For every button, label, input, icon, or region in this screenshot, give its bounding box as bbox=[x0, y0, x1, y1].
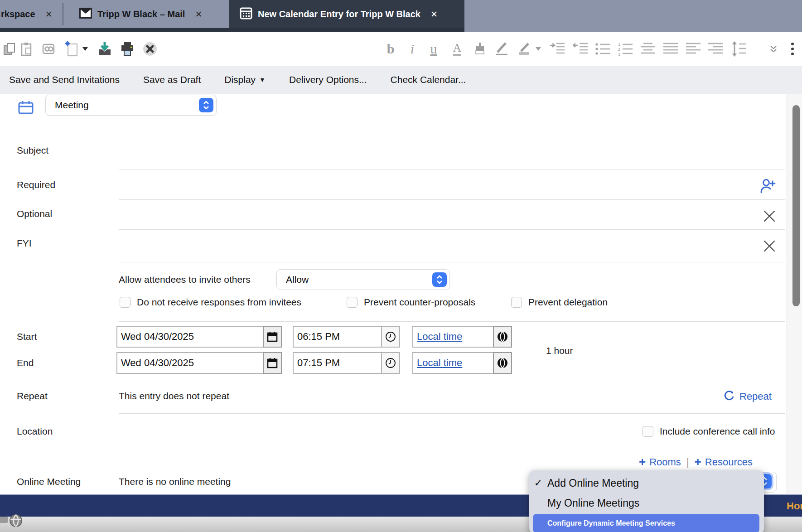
add-rooms-link[interactable]: + Rooms bbox=[639, 455, 681, 469]
end-time-field[interactable]: 07:15 PM bbox=[293, 352, 400, 374]
location-label: Location bbox=[17, 426, 53, 437]
start-date-picker-button[interactable] bbox=[263, 326, 282, 348]
required-input[interactable] bbox=[119, 179, 753, 199]
scrollbar-thumb[interactable] bbox=[792, 105, 800, 306]
start-time-value[interactable]: 06:15 PM bbox=[294, 327, 382, 347]
home-link[interactable]: Home bbox=[787, 500, 802, 512]
divider bbox=[119, 199, 785, 200]
fyi-input[interactable] bbox=[119, 237, 753, 260]
align-center-icon[interactable] bbox=[639, 40, 657, 58]
start-date-field[interactable]: Wed 04/30/2025 bbox=[116, 326, 282, 348]
entry-type-select[interactable]: Meeting bbox=[45, 95, 217, 116]
subject-input[interactable] bbox=[119, 150, 785, 169]
clock-icon bbox=[385, 331, 396, 342]
end-time-picker-button[interactable] bbox=[381, 352, 400, 374]
divider bbox=[119, 262, 785, 262]
add-person-icon[interactable] bbox=[759, 178, 777, 196]
start-time-field[interactable]: 06:15 PM bbox=[293, 326, 400, 348]
menu-item-my-online-meetings[interactable]: My Online Meetings bbox=[529, 494, 782, 512]
online-meeting-label: Online Meeting bbox=[17, 476, 81, 487]
new-document-caret-icon[interactable] bbox=[81, 40, 90, 58]
delivery-options-button[interactable]: Delivery Options... bbox=[289, 74, 367, 85]
no-responses-label: Do not receive responses from invitees bbox=[137, 297, 301, 308]
divider bbox=[0, 119, 787, 119]
toolbar-overflow-icon[interactable] bbox=[784, 40, 801, 58]
start-timezone-button[interactable] bbox=[493, 326, 512, 348]
tab-new-calendar-entry-close-icon[interactable]: ✕ bbox=[430, 9, 438, 19]
repeat-link[interactable]: Repeat bbox=[723, 390, 772, 403]
tab-new-calendar-entry-label: New Calendar Entry for Tripp W Black bbox=[258, 9, 420, 19]
no-responses-checkbox-row: Do not receive responses from invitees bbox=[120, 297, 301, 308]
end-time-value[interactable]: 07:15 PM bbox=[294, 353, 382, 373]
tab-workspace[interactable]: rkspace ✕ bbox=[0, 0, 63, 28]
align-left-icon[interactable] bbox=[685, 40, 702, 58]
save-as-draft-button[interactable]: Save as Draft bbox=[143, 74, 201, 85]
start-timezone-value[interactable]: Local time bbox=[413, 327, 494, 347]
outdent-icon[interactable] bbox=[572, 40, 589, 58]
prevent-delegation-checkbox[interactable] bbox=[511, 297, 522, 308]
check-calendar-button[interactable]: Check Calendar... bbox=[391, 74, 466, 85]
line-spacing-icon[interactable] bbox=[730, 40, 748, 58]
allow-attendees-value: Allow bbox=[277, 274, 309, 285]
format-fill-icon[interactable] bbox=[471, 40, 488, 58]
start-date-value[interactable]: Wed 04/30/2025 bbox=[117, 327, 264, 347]
numbered-list-icon[interactable]: 123 bbox=[617, 40, 634, 58]
link-icon[interactable] bbox=[41, 40, 58, 58]
tab-bar-underline bbox=[0, 28, 464, 32]
tab-new-calendar-entry[interactable]: New Calendar Entry for Tripp W Black ✕ bbox=[229, 0, 464, 28]
end-timezone-value[interactable]: Local time bbox=[413, 353, 494, 373]
text-color-icon[interactable]: A bbox=[449, 40, 466, 58]
bulleted-list-icon[interactable] bbox=[594, 40, 612, 58]
display-menu-button[interactable]: Display▼ bbox=[224, 74, 266, 85]
clock-icon bbox=[385, 358, 396, 368]
paste-icon[interactable] bbox=[18, 40, 35, 58]
bold-icon[interactable]: b bbox=[382, 40, 399, 58]
entry-type-stepper-icon[interactable] bbox=[199, 98, 213, 112]
fyi-clear-icon[interactable] bbox=[763, 239, 776, 255]
start-timezone-field[interactable]: Local time bbox=[412, 326, 512, 348]
tab-workspace-close-icon[interactable]: ✕ bbox=[45, 9, 53, 19]
tab-mail[interactable]: Tripp W Black – Mail ✕ bbox=[71, 0, 227, 28]
end-timezone-button[interactable] bbox=[493, 352, 512, 374]
highlighter-caret-icon[interactable] bbox=[534, 40, 543, 58]
start-label: Start bbox=[17, 331, 37, 342]
scrollbar-track[interactable] bbox=[787, 94, 802, 494]
align-right-icon[interactable] bbox=[707, 40, 724, 58]
pen-icon[interactable] bbox=[494, 40, 511, 58]
add-resources-link[interactable]: + Resources bbox=[695, 455, 753, 469]
copy-icon[interactable] bbox=[1, 40, 18, 58]
underline-icon[interactable]: u bbox=[425, 40, 442, 58]
allow-attendees-stepper-icon[interactable] bbox=[432, 272, 447, 287]
save-and-send-button[interactable]: Save and Send Invitations bbox=[9, 74, 120, 85]
end-date-value[interactable]: Wed 04/30/2025 bbox=[117, 353, 264, 373]
menu-item-add-online-meeting[interactable]: ✓ Add Online Meeting bbox=[529, 474, 764, 492]
network-globe-icon[interactable] bbox=[9, 514, 23, 529]
cancel-icon[interactable] bbox=[141, 40, 159, 58]
end-date-picker-button[interactable] bbox=[263, 352, 282, 374]
prevent-counter-proposals-checkbox[interactable] bbox=[347, 297, 358, 308]
divider bbox=[119, 380, 785, 380]
allow-attendees-select[interactable]: Allow bbox=[276, 269, 450, 290]
end-timezone-field[interactable]: Local time bbox=[412, 352, 512, 374]
optional-input[interactable] bbox=[119, 208, 753, 228]
end-date-field[interactable]: Wed 04/30/2025 bbox=[116, 352, 282, 374]
highlighter-icon[interactable] bbox=[517, 40, 534, 58]
location-input[interactable] bbox=[119, 421, 635, 442]
indent-icon[interactable] bbox=[549, 40, 566, 58]
print-icon[interactable] bbox=[119, 40, 136, 58]
italic-icon[interactable]: i bbox=[404, 40, 421, 58]
no-responses-checkbox[interactable] bbox=[120, 297, 130, 308]
conference-call-checkbox[interactable] bbox=[643, 426, 653, 437]
divider bbox=[119, 229, 785, 230]
start-time-picker-button[interactable] bbox=[381, 326, 400, 348]
align-justify-icon[interactable] bbox=[662, 40, 679, 58]
save-icon[interactable] bbox=[96, 40, 113, 58]
optional-clear-icon[interactable] bbox=[763, 209, 776, 225]
tab-mail-close-icon[interactable]: ✕ bbox=[195, 9, 202, 19]
plus-icon: + bbox=[695, 455, 701, 469]
menu-item-configure-dynamic-meeting-services[interactable]: Configure Dynamic Meeting Services bbox=[533, 514, 759, 532]
new-document-icon[interactable] bbox=[63, 40, 81, 58]
toolbar-expand-icon[interactable] bbox=[765, 40, 782, 58]
globe-icon bbox=[497, 357, 508, 369]
svg-text:1: 1 bbox=[618, 42, 620, 47]
